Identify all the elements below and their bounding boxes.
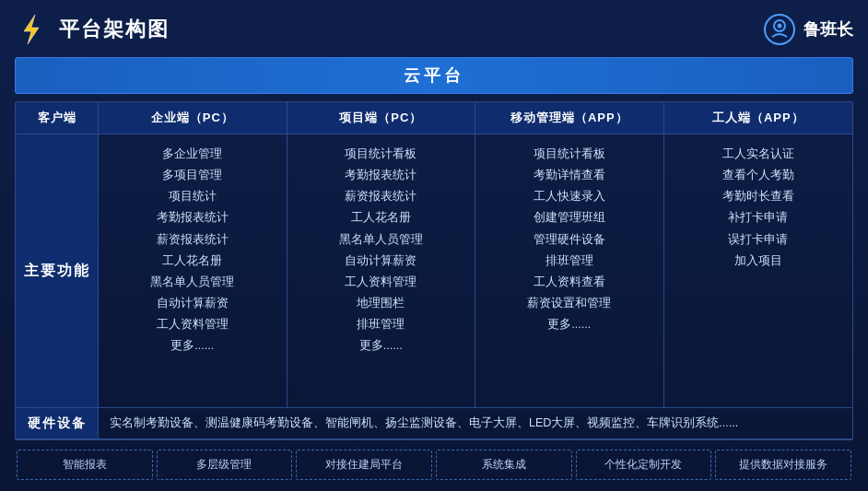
feature-item: 薪资报表统计 [106, 229, 279, 251]
col-header-worker: 工人端（APP） [664, 102, 853, 134]
feature-item: 自动计算薪资 [295, 251, 468, 272]
col-header-client: 客户端 [16, 102, 99, 134]
bottom-feature-item: 智能报表 [17, 450, 153, 480]
header: 平台架构图 鲁班长 [15, 9, 853, 50]
feature-item: 排班管理 [483, 251, 656, 272]
feature-item: 管理硬件设备 [483, 229, 656, 251]
feature-item: 多企业管理 [106, 144, 279, 165]
feature-item: 更多...... [483, 314, 656, 335]
feature-item: 更多...... [295, 335, 468, 357]
bottom-feature-item: 个性化定制开发 [576, 450, 712, 480]
feature-item: 多项目管理 [106, 165, 279, 186]
brand-logo: 鲁班长 [763, 13, 853, 46]
feature-item: 自动计算薪资 [106, 293, 279, 314]
hardware-label: 硬件设备 [16, 408, 99, 438]
feature-item: 项目统计 [106, 186, 279, 207]
feature-item: 创建管理班组 [483, 207, 656, 228]
col-headers-row: 客户端 企业端（PC） 项目端（PC） 移动管理端（APP） 工人端（APP） [16, 102, 852, 134]
feature-item: 考勤时长查看 [672, 186, 846, 207]
feature-item: 更多...... [106, 335, 279, 357]
feature-item: 工人实名认证 [672, 144, 846, 165]
header-left: 平台架构图 [15, 13, 170, 46]
worker-features: 工人实名认证查看个人考勤考勤时长查看补打卡申请误打卡申请加入项目 [664, 134, 853, 407]
bottom-feature-item: 系统集成 [436, 450, 572, 480]
feature-item: 考勤详情查看 [483, 165, 656, 186]
feature-item: 排班管理 [295, 314, 468, 335]
feature-item: 工人资料管理 [295, 272, 468, 293]
mobile-features: 项目统计看板考勤详情查看工人快速录入创建管理班组管理硬件设备排班管理工人资料查看… [475, 134, 664, 407]
feature-item: 工人花名册 [295, 207, 468, 228]
feature-item: 工人资料管理 [106, 314, 279, 335]
feature-item: 项目统计看板 [483, 144, 656, 165]
svg-point-1 [765, 15, 794, 44]
feature-item: 工人快速录入 [483, 186, 656, 207]
bottom-feature-item: 多层级管理 [157, 450, 293, 480]
feature-item: 考勤报表统计 [106, 207, 279, 228]
feature-item: 工人资料查看 [483, 272, 656, 293]
project-features: 项目统计看板考勤报表统计薪资报表统计工人花名册黑名单人员管理自动计算薪资工人资料… [287, 134, 476, 407]
brand-name: 鲁班长 [803, 18, 853, 41]
cloud-banner: 云平台 [15, 57, 853, 94]
feature-item: 项目统计看板 [295, 144, 468, 165]
content-row: 主要功能 多企业管理多项目管理项目统计考勤报表统计薪资报表统计工人花名册黑名单人… [16, 134, 852, 408]
features-row: 智能报表多层级管理对接住建局平台系统集成个性化定制开发提供数据对接服务 [15, 448, 853, 482]
bottom-feature-item: 提供数据对接服务 [715, 450, 851, 480]
feature-item: 黑名单人员管理 [106, 272, 279, 293]
svg-point-3 [778, 24, 782, 29]
feature-item: 工人花名册 [106, 251, 279, 272]
feature-item: 地理围栏 [295, 293, 468, 314]
logo-icon [15, 13, 48, 46]
feature-item: 薪资设置和管理 [483, 293, 656, 314]
svg-marker-0 [24, 15, 39, 44]
main-function-label: 主要功能 [16, 134, 99, 407]
enterprise-features: 多企业管理多项目管理项目统计考勤报表统计薪资报表统计工人花名册黑名单人员管理自动… [99, 134, 287, 407]
bottom-feature-item: 对接住建局平台 [296, 450, 432, 480]
hardware-content: 实名制考勤设备、测温健康码考勤设备、智能闸机、扬尘监测设备、电子大屏、LED大屏… [99, 408, 852, 438]
feature-item: 误打卡申请 [672, 229, 846, 251]
page-title: 平台架构图 [59, 16, 170, 43]
brand-icon [763, 13, 796, 46]
feature-item: 加入项目 [672, 251, 846, 272]
feature-item: 考勤报表统计 [295, 165, 468, 186]
feature-item: 补打卡申请 [672, 207, 846, 228]
col-header-enterprise: 企业端（PC） [99, 102, 287, 134]
feature-item: 查看个人考勤 [672, 165, 846, 186]
feature-item: 黑名单人员管理 [295, 229, 468, 251]
main-table: 客户端 企业端（PC） 项目端（PC） 移动管理端（APP） 工人端（APP） … [15, 101, 853, 440]
col-header-project: 项目端（PC） [287, 102, 476, 134]
col-header-mobile: 移动管理端（APP） [475, 102, 664, 134]
hardware-row: 硬件设备 实名制考勤设备、测温健康码考勤设备、智能闸机、扬尘监测设备、电子大屏、… [16, 408, 852, 439]
feature-item: 薪资报表统计 [295, 186, 468, 207]
page-wrapper: 平台架构图 鲁班长 云平台 客户端 企业端（PC） 项目端（PC） 移动管理端（… [0, 0, 868, 491]
